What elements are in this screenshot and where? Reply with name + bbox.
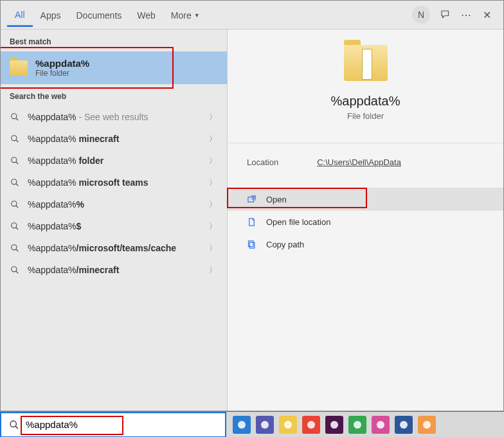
svg-point-23 [284, 421, 292, 429]
web-result[interactable]: %appdata% folder〉 [1, 150, 227, 172]
more-options-icon[interactable]: ⋯ [456, 9, 476, 21]
svg-point-28 [400, 421, 408, 429]
action-open-location[interactable]: Open file location [228, 211, 503, 233]
svg-point-19 [10, 421, 16, 427]
svg-line-9 [16, 206, 19, 208]
taskbar-app-edge[interactable] [233, 416, 251, 434]
result-text: %appdata% microsoft teams [28, 177, 148, 188]
taskbar-app-chrome[interactable] [302, 416, 320, 434]
tab-all[interactable]: All [7, 3, 33, 27]
svg-line-7 [16, 184, 19, 186]
location-value[interactable]: C:\Users\Dell\AppData [317, 157, 401, 167]
chevron-right-icon: 〉 [209, 112, 217, 123]
details-subtitle: File folder [347, 111, 384, 121]
result-text: %appdata%/microsoft/teams/cache [28, 243, 176, 253]
web-result[interactable]: %appdata%$〉 [1, 215, 227, 237]
search-icon [10, 199, 20, 210]
svg-point-0 [12, 114, 17, 119]
tab-documents[interactable]: Documents [68, 4, 129, 26]
result-text: %appdata% minecraft [28, 134, 119, 144]
web-result[interactable]: %appdata%%〉 [1, 193, 227, 215]
taskbar: %appdata% [0, 411, 504, 437]
svg-point-27 [377, 421, 384, 429]
svg-line-13 [16, 249, 19, 252]
svg-rect-17 [249, 242, 255, 248]
file-location-icon [247, 217, 257, 227]
svg-point-8 [12, 201, 17, 206]
location-row: Location C:\Users\Dell\AppData [228, 143, 503, 181]
close-icon[interactable]: ✕ [476, 9, 497, 21]
svg-line-20 [15, 426, 18, 429]
result-text: %appdata%/minecraft [28, 265, 119, 275]
tab-apps[interactable]: Apps [33, 4, 69, 26]
chevron-right-icon: 〉 [209, 243, 217, 254]
svg-point-12 [12, 245, 17, 250]
chevron-right-icon: 〉 [209, 221, 217, 232]
folder-icon [10, 60, 28, 76]
best-match-title: %appdata% [35, 58, 89, 69]
search-icon [10, 265, 20, 275]
taskbar-app-teams[interactable] [256, 416, 274, 434]
tab-web[interactable]: Web [129, 4, 163, 26]
taskbar-app-paint[interactable] [418, 416, 436, 434]
action-open-location-label: Open file location [266, 217, 330, 227]
action-copy-path[interactable]: Copy path [228, 233, 503, 256]
action-open[interactable]: Open [228, 188, 503, 211]
svg-point-10 [12, 223, 17, 228]
result-text: %appdata% - See web results [28, 112, 148, 122]
web-result[interactable]: %appdata% microsoft teams〉 [1, 172, 227, 193]
copy-icon [247, 240, 257, 249]
details-panel: %appdata% File folder Location C:\Users\… [227, 30, 503, 411]
action-open-label: Open [266, 195, 287, 204]
search-icon [10, 112, 20, 122]
chevron-right-icon: 〉 [209, 265, 217, 276]
best-match-subtitle: File folder [35, 69, 89, 78]
svg-point-21 [238, 421, 246, 429]
chevron-right-icon: 〉 [209, 156, 217, 166]
open-icon [247, 195, 257, 204]
svg-line-15 [16, 271, 19, 274]
chevron-right-icon: 〉 [209, 177, 217, 188]
results-panel: Best match %appdata% File folder Search … [1, 30, 227, 411]
folder-large-icon [344, 45, 388, 81]
svg-line-3 [16, 140, 19, 143]
svg-point-6 [12, 179, 17, 184]
result-text: %appdata%% [28, 199, 84, 210]
svg-point-4 [12, 157, 17, 163]
feedback-icon[interactable] [435, 9, 456, 21]
svg-line-1 [16, 118, 19, 121]
search-icon [10, 134, 20, 144]
taskbar-app-slack[interactable] [325, 416, 343, 434]
svg-point-24 [307, 421, 315, 429]
taskbar-app-explorer[interactable] [279, 416, 297, 434]
web-result[interactable]: %appdata%/minecraft〉 [1, 259, 227, 281]
taskbar-search-box[interactable]: %appdata% [0, 412, 226, 438]
svg-line-11 [16, 227, 19, 230]
search-icon [10, 221, 20, 231]
search-icon [10, 243, 20, 253]
search-window: All Apps Documents Web More▼ N ⋯ ✕ Best … [0, 0, 504, 411]
svg-point-22 [261, 421, 269, 429]
user-avatar[interactable]: N [412, 6, 430, 24]
svg-point-26 [354, 421, 361, 429]
search-icon [9, 420, 19, 430]
taskbar-app-chrome2[interactable] [348, 416, 366, 434]
svg-rect-18 [249, 241, 254, 247]
tab-more[interactable]: More▼ [163, 4, 208, 26]
search-icon [10, 177, 20, 188]
web-result[interactable]: %appdata% minecraft〉 [1, 128, 227, 150]
result-text: %appdata%$ [28, 221, 81, 231]
web-result[interactable]: %appdata%/microsoft/teams/cache〉 [1, 237, 227, 259]
tabs-bar: All Apps Documents Web More▼ N ⋯ ✕ [1, 1, 503, 29]
svg-point-29 [423, 421, 431, 429]
taskbar-app-snip[interactable] [372, 416, 390, 434]
svg-line-5 [16, 162, 19, 165]
section-best-match: Best match [1, 30, 227, 51]
svg-point-2 [12, 136, 17, 141]
chevron-right-icon: 〉 [209, 134, 217, 145]
best-match-result[interactable]: %appdata% File folder [1, 51, 227, 84]
chevron-right-icon: 〉 [209, 199, 217, 210]
svg-point-14 [12, 267, 17, 272]
web-result[interactable]: %appdata% - See web results〉 [1, 106, 227, 128]
taskbar-app-word[interactable] [395, 416, 413, 434]
